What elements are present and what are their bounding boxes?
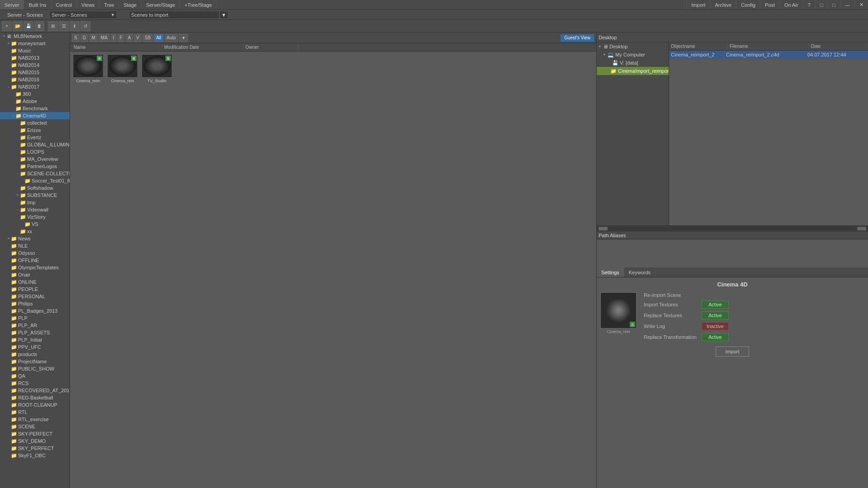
view-btn[interactable]: Guest's View: [560, 34, 594, 42]
menu-views[interactable]: Views: [77, 0, 99, 9]
write-log-toggle[interactable]: Inactive: [702, 322, 729, 330]
sidebar-item-18[interactable]: 📁PartnerLogos: [0, 163, 70, 170]
sidebar-item-44[interactable]: 📁products: [0, 351, 70, 358]
filter-all[interactable]: All: [154, 34, 163, 42]
sidebar-item-50[interactable]: 📁RED-Basketball: [0, 394, 70, 401]
menu-stage[interactable]: Stage: [119, 0, 142, 9]
replace-transform-toggle[interactable]: Active: [702, 333, 729, 341]
sidebar-item-3[interactable]: 📁NAB2013: [0, 54, 70, 61]
sidebar-item-41[interactable]: 📁PLP_ASSETS: [0, 329, 70, 336]
btn-post[interactable]: Post: [760, 0, 779, 9]
icon-list[interactable]: ☰: [59, 21, 69, 31]
sidebar-item-21[interactable]: 📁Softshadow: [0, 184, 70, 192]
sidebar-item-7[interactable]: -📁NAB2017: [0, 83, 70, 90]
icon-new[interactable]: +: [2, 21, 12, 31]
sidebar-item-51[interactable]: 📁ROOT-CLEANUP: [0, 401, 70, 408]
sidebar-item-35[interactable]: 📁PEOPLE: [0, 286, 70, 293]
btn-win1[interactable]: □: [815, 0, 828, 9]
replace-textures-toggle[interactable]: Active: [702, 311, 729, 319]
sidebar-item-24[interactable]: -📁Videowall: [0, 206, 70, 213]
menu-tree-stage[interactable]: +Tree/Stage: [180, 0, 217, 9]
sidebar-item-32[interactable]: 📁OlympicTemplates: [0, 264, 70, 271]
sidebar-item-54[interactable]: 📁SCENE: [0, 423, 70, 430]
sidebar-item-52[interactable]: 📁RTL: [0, 408, 70, 416]
sidebar-item-56[interactable]: 📁SKY_DEMO: [0, 437, 70, 445]
menu-control[interactable]: Control: [52, 0, 77, 9]
sidebar-item-37[interactable]: 📁Philips: [0, 300, 70, 307]
filter-m[interactable]: M: [89, 34, 97, 42]
tab-settings[interactable]: Settings: [597, 267, 624, 277]
tree-item-cinemaimport[interactable]: 📁 CinemaImport_reimport: [597, 67, 669, 75]
sidebar-item-23[interactable]: 📁tmp: [0, 199, 70, 206]
sidebar-item-16[interactable]: 📁LOOPS: [0, 148, 70, 155]
sidebar-item-48[interactable]: 📁RCS: [0, 380, 70, 387]
sidebar-item-26[interactable]: 📁VS: [0, 221, 70, 228]
filter-i[interactable]: I: [111, 34, 117, 42]
filter-sb[interactable]: SB: [142, 34, 153, 42]
tree-item-mycomputer[interactable]: + 💻 My Computer: [597, 51, 669, 59]
filter-f[interactable]: F: [118, 34, 125, 42]
file-item-1[interactable]: S Cinema_rein: [106, 53, 139, 84]
import-button[interactable]: Import: [716, 347, 749, 357]
tree-item-desktop[interactable]: + 🖥 Desktop: [597, 42, 669, 51]
icon-save[interactable]: 💾: [24, 21, 33, 31]
btn-help[interactable]: ?: [803, 0, 815, 9]
icon-delete[interactable]: 🗑: [34, 21, 44, 31]
sidebar-item-34[interactable]: 📁ONLINE: [0, 278, 70, 286]
sidebar-item-19[interactable]: -📁SCENE-COLLECTIO: [0, 170, 70, 177]
sidebar-item-31[interactable]: 📁OFFLINE: [0, 257, 70, 264]
sidebar-item-53[interactable]: 📁RTL_exercise: [0, 416, 70, 423]
sidebar-item-2[interactable]: 📁Music: [0, 47, 70, 54]
scenes-import-dropdown[interactable]: ▼: [219, 11, 228, 19]
btn-archive[interactable]: Archive: [710, 0, 736, 9]
sidebar-item-25[interactable]: 📁VizStory: [0, 213, 70, 221]
sidebar-item-42[interactable]: 📁PLP_Initial: [0, 336, 70, 343]
file-item-0[interactable]: S Cinema_reim: [72, 53, 104, 84]
btn-config[interactable]: Config: [736, 0, 760, 9]
icon-info[interactable]: ℹ: [70, 21, 80, 31]
server-dropdown[interactable]: Server - Scenes ▼: [49, 11, 117, 19]
sidebar-item-47[interactable]: 📁QA: [0, 372, 70, 380]
sidebar-item-33[interactable]: 📁Onair: [0, 271, 70, 278]
sidebar-item-46[interactable]: 📁PUBLIC_SHOW: [0, 365, 70, 372]
sidebar-item-15[interactable]: 📁GLOBAL_ILLUMINAT: [0, 141, 70, 148]
filter-auto[interactable]: Auto: [165, 34, 179, 42]
icon-open[interactable]: 📂: [13, 21, 23, 31]
sidebar-item-9[interactable]: 📁Adobe: [0, 98, 70, 105]
sidebar-item-12[interactable]: 📁collected: [0, 119, 70, 127]
sidebar-item-6[interactable]: 📁NAB2016: [0, 76, 70, 83]
filter-dropdown[interactable]: ▼: [179, 34, 188, 42]
sidebar-item-0[interactable]: +🖥MLBNetwork: [0, 33, 70, 40]
sidebar-item-36[interactable]: 📁PERSONAL: [0, 293, 70, 300]
icon-grid[interactable]: ⊞: [48, 21, 58, 31]
menu-server-stage[interactable]: Server/Stage: [142, 0, 180, 9]
sidebar-item-10[interactable]: 📁Benchmark: [0, 105, 70, 112]
sidebar-item-14[interactable]: 📁Evertz: [0, 134, 70, 141]
menu-server[interactable]: Server: [0, 0, 24, 9]
btn-onair[interactable]: On Air: [779, 0, 803, 9]
sidebar-item-43[interactable]: 📁PPV_UFC: [0, 343, 70, 351]
filter-a[interactable]: A: [126, 34, 133, 42]
btn-min[interactable]: —: [840, 0, 854, 9]
btn-win2[interactable]: □: [827, 0, 840, 9]
sidebar-item-57[interactable]: 📁SKY_PERFECT: [0, 445, 70, 452]
file-item-2[interactable]: S TV_Studio: [141, 53, 173, 84]
sidebar-item-45[interactable]: 📁ProjectName: [0, 358, 70, 365]
sidebar-item-39[interactable]: 📁PLP: [0, 314, 70, 322]
sidebar-item-8[interactable]: 📁360: [0, 90, 70, 98]
menu-tree[interactable]: Tree: [99, 0, 119, 9]
filter-g[interactable]: G: [80, 34, 89, 42]
sidebar-item-20[interactable]: 📁Soccer_Test01_fbm: [0, 177, 70, 184]
tree-scroll-bar[interactable]: [597, 225, 868, 231]
sidebar-item-11[interactable]: -📁Cinema4D: [0, 112, 70, 119]
btn-import[interactable]: Import: [686, 0, 710, 9]
sidebar-item-13[interactable]: 📁Erizos: [0, 127, 70, 134]
sidebar-item-38[interactable]: 📁PL_Badges_2013: [0, 307, 70, 314]
sidebar-item-58[interactable]: 📁SkyF1_OBC: [0, 452, 70, 459]
sidebar-item-4[interactable]: 📁NAB2014: [0, 61, 70, 69]
menu-builtins[interactable]: Built Ins: [24, 0, 51, 9]
tab-keywords[interactable]: Keywords: [624, 267, 656, 277]
sidebar-item-5[interactable]: 📁NAB2015: [0, 69, 70, 76]
sidebar-item-17[interactable]: 📁MA_Overview: [0, 155, 70, 163]
sidebar-item-55[interactable]: 📁SKY-PERFECT: [0, 430, 70, 437]
